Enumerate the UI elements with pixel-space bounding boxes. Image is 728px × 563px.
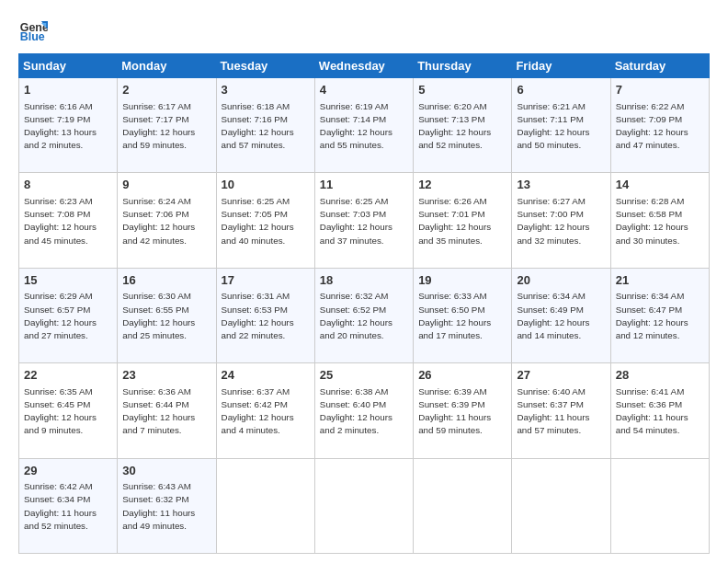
day-number: 7 xyxy=(616,82,704,98)
day-info: Sunrise: 6:41 AM Sunset: 6:36 PM Dayligh… xyxy=(616,386,688,436)
day-number: 26 xyxy=(418,367,506,384)
weekday-header-wednesday: Wednesday xyxy=(314,54,413,78)
calendar-cell: 14Sunrise: 6:28 AM Sunset: 6:58 PM Dayli… xyxy=(610,173,709,268)
day-info: Sunrise: 6:24 AM Sunset: 7:06 PM Dayligh… xyxy=(122,196,195,246)
calendar-cell xyxy=(414,458,512,553)
calendar-cell xyxy=(216,458,314,553)
day-number: 14 xyxy=(616,177,704,193)
weekday-header-sunday: Sunday xyxy=(19,54,118,78)
logo-icon: General Blue xyxy=(18,15,48,44)
calendar-cell: 24Sunrise: 6:37 AM Sunset: 6:42 PM Dayli… xyxy=(216,363,314,458)
calendar-cell: 9Sunrise: 6:24 AM Sunset: 7:06 PM Daylig… xyxy=(118,173,216,268)
day-number: 1 xyxy=(24,82,112,98)
calendar-cell: 29Sunrise: 6:42 AM Sunset: 6:34 PM Dayli… xyxy=(19,458,118,553)
day-info: Sunrise: 6:35 AM Sunset: 6:45 PM Dayligh… xyxy=(24,386,97,436)
calendar-cell: 18Sunrise: 6:32 AM Sunset: 6:52 PM Dayli… xyxy=(314,268,413,362)
day-number: 16 xyxy=(122,272,210,289)
day-info: Sunrise: 6:26 AM Sunset: 7:01 PM Dayligh… xyxy=(418,196,491,246)
calendar-cell: 2Sunrise: 6:17 AM Sunset: 7:17 PM Daylig… xyxy=(118,78,216,173)
day-info: Sunrise: 6:32 AM Sunset: 6:52 PM Dayligh… xyxy=(320,291,392,340)
calendar-cell: 27Sunrise: 6:40 AM Sunset: 6:37 PM Dayli… xyxy=(512,363,610,458)
calendar-cell: 19Sunrise: 6:33 AM Sunset: 6:50 PM Dayli… xyxy=(414,268,512,362)
day-info: Sunrise: 6:25 AM Sunset: 7:03 PM Dayligh… xyxy=(320,196,392,246)
day-number: 28 xyxy=(616,367,704,384)
weekday-header-thursday: Thursday xyxy=(414,54,512,78)
day-info: Sunrise: 6:18 AM Sunset: 7:16 PM Dayligh… xyxy=(222,101,294,151)
calendar-cell: 11Sunrise: 6:25 AM Sunset: 7:03 PM Dayli… xyxy=(314,173,413,268)
day-number: 6 xyxy=(517,82,605,98)
calendar-cell: 13Sunrise: 6:27 AM Sunset: 7:00 PM Dayli… xyxy=(512,173,610,268)
calendar-cell: 30Sunrise: 6:43 AM Sunset: 6:32 PM Dayli… xyxy=(118,458,216,553)
weekday-header-tuesday: Tuesday xyxy=(216,54,314,78)
day-info: Sunrise: 6:42 AM Sunset: 6:34 PM Dayligh… xyxy=(24,481,97,531)
calendar-cell: 28Sunrise: 6:41 AM Sunset: 6:36 PM Dayli… xyxy=(610,363,709,458)
weekday-header-friday: Friday xyxy=(512,54,610,78)
day-number: 5 xyxy=(418,82,506,98)
day-number: 9 xyxy=(122,177,210,193)
calendar-table: SundayMondayTuesdayWednesdayThursdayFrid… xyxy=(18,53,710,554)
calendar-cell: 8Sunrise: 6:23 AM Sunset: 7:08 PM Daylig… xyxy=(19,173,118,268)
day-info: Sunrise: 6:33 AM Sunset: 6:50 PM Dayligh… xyxy=(418,291,491,340)
calendar-cell: 12Sunrise: 6:26 AM Sunset: 7:01 PM Dayli… xyxy=(414,173,512,268)
calendar-cell: 10Sunrise: 6:25 AM Sunset: 7:05 PM Dayli… xyxy=(216,173,314,268)
day-info: Sunrise: 6:25 AM Sunset: 7:05 PM Dayligh… xyxy=(222,196,294,246)
day-number: 24 xyxy=(222,367,310,384)
day-number: 18 xyxy=(320,272,408,289)
day-number: 23 xyxy=(122,367,210,384)
day-info: Sunrise: 6:34 AM Sunset: 6:49 PM Dayligh… xyxy=(517,291,589,340)
day-number: 15 xyxy=(24,272,112,289)
day-number: 12 xyxy=(418,177,506,193)
day-number: 30 xyxy=(122,463,210,479)
day-info: Sunrise: 6:31 AM Sunset: 6:53 PM Dayligh… xyxy=(222,291,294,340)
weekday-header-monday: Monday xyxy=(118,54,216,78)
day-info: Sunrise: 6:27 AM Sunset: 7:00 PM Dayligh… xyxy=(517,196,589,246)
calendar-cell: 25Sunrise: 6:38 AM Sunset: 6:40 PM Dayli… xyxy=(314,363,413,458)
day-number: 2 xyxy=(122,82,210,98)
day-info: Sunrise: 6:17 AM Sunset: 7:17 PM Dayligh… xyxy=(122,101,195,151)
calendar-cell: 21Sunrise: 6:34 AM Sunset: 6:47 PM Dayli… xyxy=(610,268,709,362)
calendar-cell: 15Sunrise: 6:29 AM Sunset: 6:57 PM Dayli… xyxy=(19,268,118,362)
day-info: Sunrise: 6:43 AM Sunset: 6:32 PM Dayligh… xyxy=(122,481,195,531)
day-info: Sunrise: 6:29 AM Sunset: 6:57 PM Dayligh… xyxy=(24,291,97,340)
day-info: Sunrise: 6:38 AM Sunset: 6:40 PM Dayligh… xyxy=(320,386,392,436)
logo: General Blue xyxy=(18,15,53,44)
calendar-cell: 6Sunrise: 6:21 AM Sunset: 7:11 PM Daylig… xyxy=(512,78,610,173)
day-info: Sunrise: 6:40 AM Sunset: 6:37 PM Dayligh… xyxy=(517,386,589,436)
calendar-cell: 1Sunrise: 6:16 AM Sunset: 7:19 PM Daylig… xyxy=(19,78,118,173)
page-header: General Blue xyxy=(18,15,710,44)
day-number: 13 xyxy=(517,177,605,193)
day-number: 25 xyxy=(320,367,408,384)
day-info: Sunrise: 6:22 AM Sunset: 7:09 PM Dayligh… xyxy=(616,101,688,151)
day-number: 8 xyxy=(24,177,112,193)
svg-text:Blue: Blue xyxy=(20,30,45,43)
day-info: Sunrise: 6:16 AM Sunset: 7:19 PM Dayligh… xyxy=(24,101,97,151)
day-number: 3 xyxy=(222,82,310,98)
day-number: 22 xyxy=(24,367,112,384)
calendar-cell: 22Sunrise: 6:35 AM Sunset: 6:45 PM Dayli… xyxy=(19,363,118,458)
day-info: Sunrise: 6:39 AM Sunset: 6:39 PM Dayligh… xyxy=(418,386,491,436)
day-info: Sunrise: 6:20 AM Sunset: 7:13 PM Dayligh… xyxy=(418,101,491,151)
day-info: Sunrise: 6:30 AM Sunset: 6:55 PM Dayligh… xyxy=(122,291,195,340)
day-info: Sunrise: 6:37 AM Sunset: 6:42 PM Dayligh… xyxy=(222,386,294,436)
calendar-cell: 16Sunrise: 6:30 AM Sunset: 6:55 PM Dayli… xyxy=(118,268,216,362)
calendar-cell: 23Sunrise: 6:36 AM Sunset: 6:44 PM Dayli… xyxy=(118,363,216,458)
calendar-cell: 20Sunrise: 6:34 AM Sunset: 6:49 PM Dayli… xyxy=(512,268,610,362)
calendar-header: SundayMondayTuesdayWednesdayThursdayFrid… xyxy=(19,54,710,78)
calendar-cell: 3Sunrise: 6:18 AM Sunset: 7:16 PM Daylig… xyxy=(216,78,314,173)
calendar-cell: 5Sunrise: 6:20 AM Sunset: 7:13 PM Daylig… xyxy=(414,78,512,173)
day-number: 20 xyxy=(517,272,605,289)
day-info: Sunrise: 6:28 AM Sunset: 6:58 PM Dayligh… xyxy=(616,196,688,246)
day-number: 29 xyxy=(24,463,112,479)
day-info: Sunrise: 6:21 AM Sunset: 7:11 PM Dayligh… xyxy=(517,101,589,151)
day-number: 19 xyxy=(418,272,506,289)
calendar-cell xyxy=(512,458,610,553)
calendar-cell xyxy=(610,458,709,553)
day-number: 27 xyxy=(517,367,605,384)
day-number: 11 xyxy=(320,177,408,193)
calendar-cell: 7Sunrise: 6:22 AM Sunset: 7:09 PM Daylig… xyxy=(610,78,709,173)
day-info: Sunrise: 6:34 AM Sunset: 6:47 PM Dayligh… xyxy=(616,291,688,340)
day-number: 21 xyxy=(616,272,704,289)
day-info: Sunrise: 6:36 AM Sunset: 6:44 PM Dayligh… xyxy=(122,386,195,436)
calendar-cell: 17Sunrise: 6:31 AM Sunset: 6:53 PM Dayli… xyxy=(216,268,314,362)
weekday-header-saturday: Saturday xyxy=(610,54,709,78)
